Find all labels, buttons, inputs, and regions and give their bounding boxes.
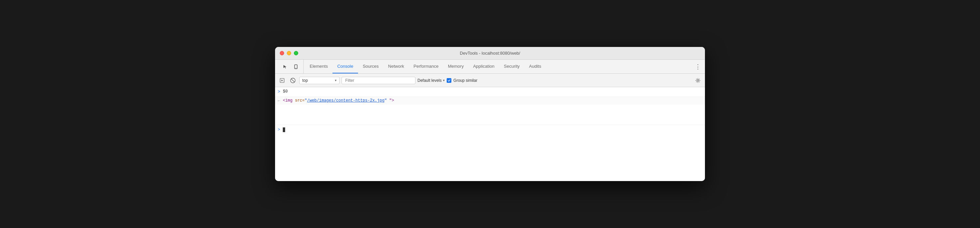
window-title: DevTools - localhost:8080/web/ <box>460 51 520 55</box>
cursor <box>283 127 285 132</box>
group-similar-label: Group similar <box>453 78 477 83</box>
svg-point-5 <box>697 79 699 81</box>
more-menu-button[interactable]: ⋮ <box>693 62 702 71</box>
devtools-window: DevTools - localhost:8080/web/ Elements … <box>275 47 705 181</box>
tab-sources[interactable]: Sources <box>358 60 383 73</box>
tab-elements[interactable]: Elements <box>305 60 332 73</box>
filter-input[interactable] <box>342 77 415 84</box>
maximize-button[interactable] <box>294 51 298 55</box>
context-value: top <box>302 78 308 83</box>
levels-selector[interactable]: Default levels ▾ <box>417 78 445 83</box>
clear-console-button[interactable] <box>288 76 297 85</box>
cursor-icon-btn[interactable] <box>280 62 290 71</box>
group-similar-control[interactable]: Group similar <box>447 78 477 83</box>
tab-bar-icons <box>278 60 304 73</box>
console-output-line-1: ← <img src="/web/images/content-https-2x… <box>275 97 705 104</box>
tab-network[interactable]: Network <box>383 60 409 73</box>
console-input-line-1: > $0 <box>275 87 705 97</box>
console-area: > $0 ← <img src="/web/images/content-htt… <box>275 87 705 181</box>
html-link-src[interactable]: /web/images/content-https-2x.jpg <box>307 98 384 103</box>
levels-label: Default levels <box>417 78 442 83</box>
console-input-prompt: > <box>278 89 280 95</box>
html-attr-src: src= <box>295 98 305 103</box>
console-expression: $0 <box>283 89 288 95</box>
tab-application[interactable]: Application <box>469 60 500 73</box>
tab-performance[interactable]: Performance <box>409 60 443 73</box>
console-toolbar: top ▾ Default levels ▾ Group similar <box>275 74 705 87</box>
tab-bar-right: ⋮ <box>693 60 702 73</box>
execute-script-button[interactable] <box>278 76 286 85</box>
svg-rect-1 <box>296 68 297 68</box>
html-tag-open: <img <box>283 98 295 103</box>
tab-bar: Elements Console Sources Network Perform… <box>275 60 705 74</box>
console-output-content: <img src="/web/images/content-https-2x.j… <box>283 98 394 103</box>
levels-dropdown-arrow: ▾ <box>443 78 445 82</box>
tab-audits[interactable]: Audits <box>524 60 546 73</box>
mobile-icon-btn[interactable] <box>291 62 301 71</box>
close-button[interactable] <box>280 51 284 55</box>
console-output-arrow: ← <box>278 98 280 103</box>
settings-button[interactable] <box>694 76 702 85</box>
group-similar-checkbox[interactable] <box>447 78 451 83</box>
tab-memory[interactable]: Memory <box>443 60 469 73</box>
html-tag-close: "> <box>387 98 394 103</box>
minimize-button[interactable] <box>287 51 291 55</box>
console-spacer <box>275 104 705 125</box>
title-bar: DevTools - localhost:8080/web/ <box>275 47 705 60</box>
svg-line-4 <box>291 79 294 82</box>
traffic-lights <box>280 51 298 55</box>
tab-security[interactable]: Security <box>499 60 524 73</box>
active-prompt: > <box>278 127 280 132</box>
context-selector[interactable]: top ▾ <box>299 77 340 84</box>
context-dropdown-arrow: ▾ <box>335 78 337 82</box>
tab-console[interactable]: Console <box>332 60 358 73</box>
console-active-input[interactable]: > <box>275 125 705 134</box>
